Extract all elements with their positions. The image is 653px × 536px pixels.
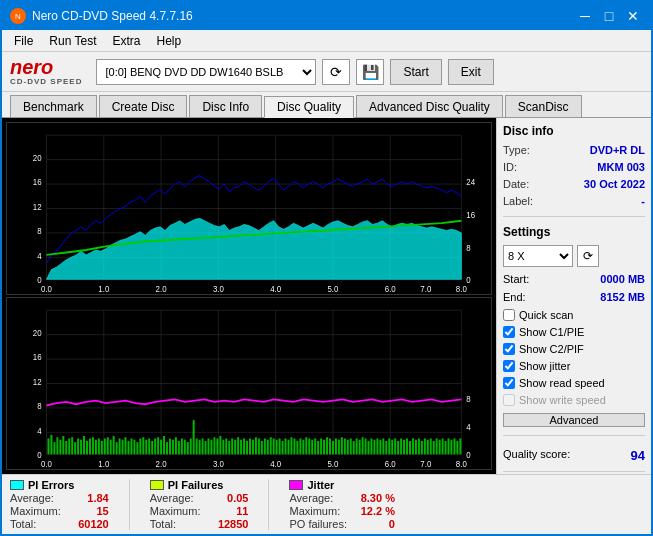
menu-file[interactable]: File [6, 32, 41, 50]
pi-failures-avg-value: 0.05 [208, 492, 248, 504]
jitter-max: Maximum: 12.2 % [289, 505, 394, 517]
svg-text:20: 20 [33, 152, 42, 163]
svg-rect-155 [299, 438, 301, 454]
disc-type-row: Type: DVD+R DL [503, 144, 645, 156]
svg-text:3.0: 3.0 [213, 283, 224, 294]
disc-label-label: Label: [503, 195, 533, 207]
svg-rect-199 [430, 438, 432, 454]
menu-extra[interactable]: Extra [104, 32, 148, 50]
svg-rect-151 [288, 440, 290, 455]
advanced-button[interactable]: Advanced [503, 413, 645, 427]
tab-scan-disc[interactable]: ScanDisc [505, 95, 582, 117]
svg-rect-171 [347, 440, 349, 455]
svg-rect-129 [222, 440, 224, 455]
svg-rect-144 [267, 440, 269, 455]
svg-rect-168 [338, 440, 340, 455]
svg-rect-132 [231, 438, 233, 454]
svg-text:20: 20 [33, 327, 42, 338]
drive-select[interactable]: [0:0] BENQ DVD DD DW1640 BSLB [96, 59, 316, 85]
show-read-speed-checkbox[interactable] [503, 377, 515, 389]
svg-rect-121 [199, 440, 201, 455]
tab-advanced-disc-quality[interactable]: Advanced Disc Quality [356, 95, 503, 117]
pi-errors-total-label: Total: [10, 518, 36, 530]
pi-errors-max-label: Maximum: [10, 505, 61, 517]
top-chart-svg: 0 4 8 12 16 20 0 8 16 24 0.0 1.0 2.0 [7, 123, 491, 294]
svg-rect-135 [240, 440, 242, 455]
maximize-button[interactable]: □ [599, 8, 619, 24]
svg-rect-159 [311, 440, 313, 455]
settings-refresh-btn[interactable]: ⟳ [577, 245, 599, 267]
svg-rect-78 [71, 437, 73, 454]
pi-failures-max-value: 11 [208, 505, 248, 517]
svg-rect-137 [246, 441, 248, 454]
svg-rect-198 [427, 440, 429, 455]
minimize-button[interactable]: ─ [575, 8, 595, 24]
pi-failures-total: Total: 12850 [150, 518, 249, 530]
svg-text:0: 0 [466, 449, 470, 460]
show-jitter-checkbox[interactable] [503, 360, 515, 372]
svg-rect-97 [128, 441, 130, 454]
svg-rect-194 [415, 440, 417, 455]
svg-rect-92 [113, 436, 115, 454]
pi-failures-color [150, 480, 164, 490]
tabs-bar: Benchmark Create Disc Disc Info Disc Qua… [2, 92, 651, 118]
svg-rect-153 [293, 438, 295, 454]
speed-select[interactable]: 8 X [503, 245, 573, 267]
svg-rect-100 [136, 442, 138, 454]
svg-text:0.0: 0.0 [41, 283, 52, 294]
quick-scan-checkbox[interactable] [503, 309, 515, 321]
show-c1pie-checkbox[interactable] [503, 326, 515, 338]
pi-failures-max-label: Maximum: [150, 505, 201, 517]
svg-text:4.0: 4.0 [270, 283, 281, 294]
svg-rect-89 [104, 438, 106, 454]
svg-rect-170 [344, 438, 346, 454]
exit-button[interactable]: Exit [448, 59, 494, 85]
pi-errors-avg-value: 1.84 [69, 492, 109, 504]
main-window: N Nero CD-DVD Speed 4.7.7.16 ─ □ ✕ File … [0, 0, 653, 536]
tab-create-disc[interactable]: Create Disc [99, 95, 188, 117]
svg-rect-173 [353, 441, 355, 454]
svg-rect-88 [101, 441, 103, 454]
po-failures-label: PO failures: [289, 518, 346, 530]
pi-errors-max: Maximum: 15 [10, 505, 109, 517]
tab-benchmark[interactable]: Benchmark [10, 95, 97, 117]
svg-rect-86 [95, 440, 97, 455]
svg-rect-124 [208, 438, 210, 454]
show-c2pif-row: Show C2/PIF [503, 343, 645, 355]
save-button[interactable]: 💾 [356, 59, 384, 85]
disc-label-value: - [641, 195, 645, 207]
show-write-speed-checkbox[interactable] [503, 394, 515, 406]
svg-rect-136 [243, 438, 245, 454]
svg-text:16: 16 [33, 176, 42, 187]
svg-text:8: 8 [466, 242, 470, 253]
tab-disc-info[interactable]: Disc Info [189, 95, 262, 117]
svg-text:6.0: 6.0 [385, 458, 396, 469]
svg-rect-101 [139, 438, 141, 454]
svg-rect-103 [145, 440, 147, 455]
quality-score-row: Quality score: 94 [503, 448, 645, 463]
pi-errors-legend: PI Errors Average: 1.84 Maximum: 15 Tota… [10, 479, 109, 530]
jitter-max-value: 12.2 % [355, 505, 395, 517]
menu-help[interactable]: Help [149, 32, 190, 50]
svg-rect-106 [154, 438, 156, 454]
tab-disc-quality[interactable]: Disc Quality [264, 96, 354, 118]
svg-rect-186 [391, 440, 393, 455]
disc-id-value: MKM 003 [597, 161, 645, 173]
svg-text:2.0: 2.0 [156, 458, 167, 469]
svg-rect-133 [234, 440, 236, 455]
show-c2pif-checkbox[interactable] [503, 343, 515, 355]
pi-errors-avg: Average: 1.84 [10, 492, 109, 504]
jitter-avg: Average: 8.30 % [289, 492, 394, 504]
show-read-speed-label: Show read speed [519, 377, 605, 389]
start-button[interactable]: Start [390, 59, 441, 85]
svg-rect-201 [436, 438, 438, 454]
legend-divider-2 [268, 479, 269, 530]
refresh-button[interactable]: ⟳ [322, 59, 350, 85]
menu-run-test[interactable]: Run Test [41, 32, 104, 50]
svg-rect-177 [365, 438, 367, 454]
svg-rect-80 [77, 438, 79, 454]
svg-text:8.0: 8.0 [456, 458, 467, 469]
disc-date-row: Date: 30 Oct 2022 [503, 178, 645, 190]
close-button[interactable]: ✕ [623, 8, 643, 24]
svg-text:12: 12 [33, 376, 42, 387]
